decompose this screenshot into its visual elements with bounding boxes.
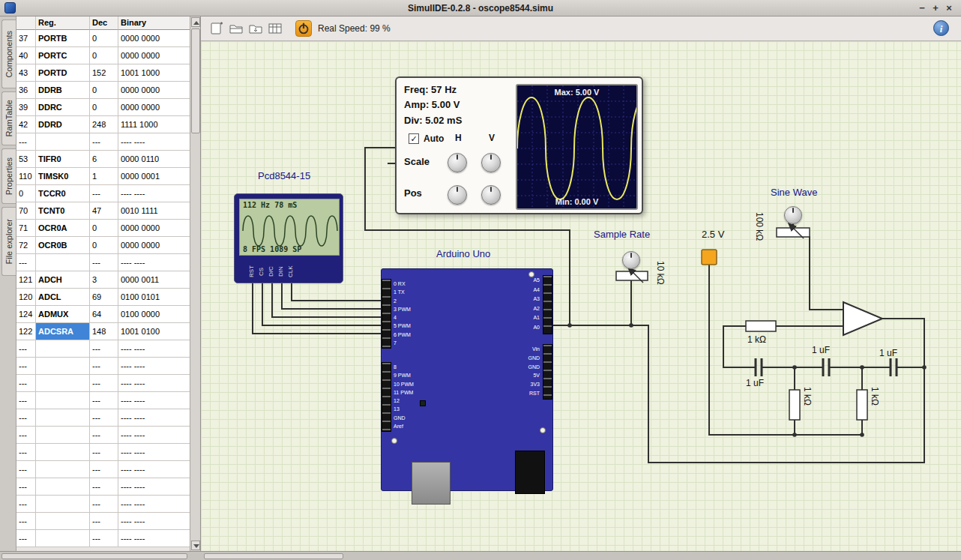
cell-binary[interactable]: ---- ---- [118,427,190,444]
analog-pin-header[interactable] [543,275,552,334]
cell-reg[interactable]: ADCSRA [36,323,90,340]
cell-reg[interactable]: PORTC [36,47,90,64]
pcd8544-lcd[interactable]: 112 Hz 78 mS 8 FPS 1089 SP RSTCSD/CDINCL… [234,193,343,283]
cell-addr[interactable]: --- [16,375,36,392]
cell-reg[interactable] [36,496,90,513]
cell-dec[interactable]: 69 [90,289,118,306]
table-hscroll-thumb[interactable] [1,553,187,559]
cell-addr[interactable]: --- [16,392,36,409]
cell-binary[interactable]: 0100 0000 [118,306,190,323]
cell-addr[interactable]: 120 [16,289,36,306]
cell-dec[interactable]: 0 [90,47,118,64]
cell-dec[interactable]: 0 [90,30,118,47]
table-row[interactable]: 42 DDRD 248 1111 1000 [16,116,190,133]
export-image-button[interactable] [267,20,283,37]
cell-reg[interactable] [36,340,90,358]
scale-h-knob[interactable] [448,153,467,172]
cell-addr[interactable]: --- [16,358,36,375]
table-row[interactable]: --- --- ---- ---- [16,254,190,271]
cell-reg[interactable]: DDRD [36,116,90,133]
cell-reg[interactable] [36,375,90,392]
cell-binary[interactable]: 1001 1000 [118,64,190,82]
cell-binary[interactable]: 1001 0100 [118,323,190,340]
cell-dec[interactable]: 1 [90,168,118,185]
oscilloscope[interactable]: Freq: 57 Hz Amp: 5.00 V Div: 5.02 mS ✓ A… [395,76,643,214]
cell-addr[interactable]: --- [16,427,36,444]
table-row[interactable]: 43 PORTD 152 1001 1000 [16,64,190,82]
cell-binary[interactable]: ---- ---- [118,409,190,427]
cell-dec[interactable]: 64 [90,306,118,323]
cell-reg[interactable] [36,358,90,375]
table-row[interactable]: 110 TIMSK0 1 0000 0001 [16,168,190,185]
cell-addr[interactable]: --- [16,254,36,271]
cell-dec[interactable]: --- [90,133,118,151]
cell-addr[interactable]: 42 [16,116,36,133]
cell-reg[interactable] [36,444,90,461]
cell-dec[interactable]: 47 [90,202,118,220]
cell-addr[interactable]: --- [16,513,36,530]
cell-reg[interactable]: TIMSK0 [36,168,90,185]
resistor-r2[interactable] [789,390,800,420]
cell-binary[interactable]: ---- ---- [118,461,190,478]
table-row[interactable]: --- --- ---- ---- [16,375,190,392]
digital-pin-header-top[interactable] [382,279,391,349]
circuit-canvas[interactable]: Freq: 57 Hz Amp: 5.00 V Div: 5.02 mS ✓ A… [201,41,961,551]
header-addr[interactable] [16,16,36,30]
cell-addr[interactable]: 0 [16,185,36,202]
cell-binary[interactable]: ---- ---- [118,254,190,271]
cell-addr[interactable]: --- [16,530,36,547]
cell-dec[interactable]: --- [90,530,118,547]
cell-dec[interactable]: 0 [90,220,118,237]
cell-binary[interactable]: 0000 0000 [118,30,190,47]
info-button[interactable]: i [933,20,949,36]
pos-v-knob[interactable] [481,185,501,205]
cell-addr[interactable]: 37 [16,30,36,47]
cell-binary[interactable]: ---- ---- [118,513,190,530]
table-row[interactable]: 121 ADCH 3 0000 0011 [16,271,190,289]
header-dec[interactable]: Dec [90,16,118,30]
cell-reg[interactable]: OCR0B [36,237,90,254]
cell-reg[interactable]: PORTD [36,64,90,82]
cell-reg[interactable]: ADCH [36,271,90,289]
cell-reg[interactable] [36,530,90,547]
table-row[interactable]: --- --- ---- ---- [16,461,190,478]
cell-addr[interactable]: 43 [16,64,36,82]
table-row[interactable]: 72 OCR0B 0 0000 0000 [16,237,190,254]
table-row[interactable]: --- --- ---- ---- [16,513,190,530]
cell-reg[interactable]: DDRC [36,99,90,116]
cell-reg[interactable] [36,461,90,478]
cell-reg[interactable]: TCNT0 [36,202,90,220]
cell-reg[interactable]: TIFR0 [36,151,90,168]
table-row[interactable]: 40 PORTC 0 0000 0000 [16,47,190,64]
cell-dec[interactable]: --- [90,513,118,530]
cell-reg[interactable] [36,513,90,530]
cell-addr[interactable]: 121 [16,271,36,289]
cell-binary[interactable]: 0000 0110 [118,151,190,168]
potentiometer-sine-body[interactable] [777,228,810,237]
cell-binary[interactable]: ---- ---- [118,375,190,392]
sidebar-tab-file-explorer[interactable]: File explorer [1,207,16,276]
header-binary[interactable]: Binary [118,16,190,30]
cell-binary[interactable]: ---- ---- [118,133,190,151]
cell-dec[interactable]: --- [90,409,118,427]
table-row[interactable]: --- --- ---- ---- [16,392,190,409]
cell-dec[interactable]: 148 [90,323,118,340]
cell-binary[interactable]: ---- ---- [118,392,190,409]
table-row[interactable]: --- --- ---- ---- [16,358,190,375]
cell-addr[interactable]: --- [16,496,36,513]
cell-reg[interactable] [36,392,90,409]
table-row[interactable]: 71 OCR0A 0 0000 0000 [16,220,190,237]
cell-reg[interactable] [36,427,90,444]
cell-addr[interactable]: 40 [16,47,36,64]
cell-reg[interactable]: TCCR0 [36,185,90,202]
resistor-r1[interactable] [746,321,776,331]
table-row[interactable]: 39 DDRC 0 0000 0000 [16,99,190,116]
cell-dec[interactable]: --- [90,461,118,478]
cell-reg[interactable] [36,254,90,271]
cell-reg[interactable]: OCR0A [36,220,90,237]
cell-dec[interactable]: --- [90,185,118,202]
cell-binary[interactable]: 0000 0000 [118,99,190,116]
cell-dec[interactable]: 152 [90,64,118,82]
cell-binary[interactable]: ---- ---- [118,496,190,513]
potentiometer-sample-rate-body[interactable] [616,271,648,280]
